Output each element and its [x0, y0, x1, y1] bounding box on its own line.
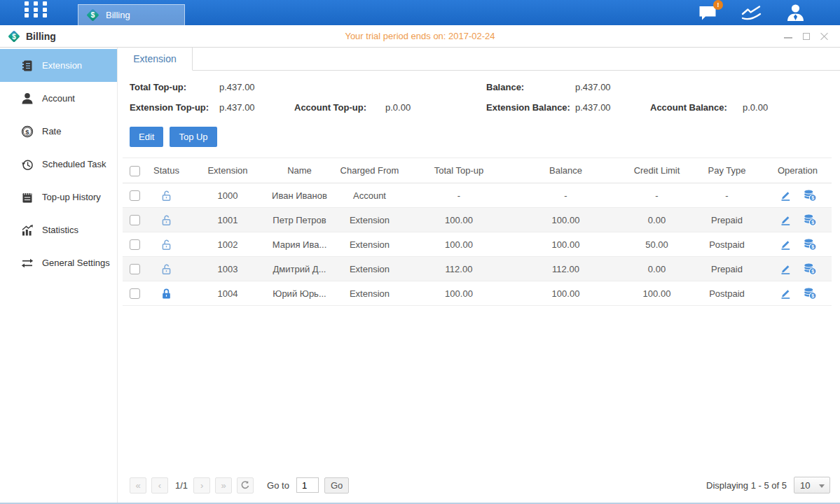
table-row: 1001Петр ПетровExtension100.00100.000.00…	[123, 208, 832, 232]
top-up-icon[interactable]: $	[803, 214, 817, 226]
top-up-icon[interactable]: $	[803, 287, 817, 300]
minimize-icon[interactable]	[784, 32, 792, 41]
apps-grid-icon[interactable]	[25, 1, 48, 20]
edit-icon[interactable]	[779, 262, 792, 275]
lock-closed-icon	[160, 288, 172, 300]
column-header-status: Status	[147, 158, 186, 183]
cell-credit-limit: 0.00	[624, 257, 690, 281]
lock-open-icon	[160, 239, 172, 251]
cell-pay-type: Postpaid	[690, 232, 764, 257]
maximize-icon[interactable]	[802, 32, 811, 41]
account-balance-label: Account Balance:	[650, 102, 743, 113]
cell-checkbox	[123, 183, 147, 208]
cell-charged-from: Extension	[329, 257, 410, 281]
table-header-row: StatusExtensionNameCharged FromTotal Top…	[123, 158, 832, 183]
close-icon[interactable]	[820, 32, 829, 41]
go-button[interactable]: Go	[324, 477, 349, 493]
cell-balance: -	[508, 183, 624, 208]
notification-badge: !	[713, 0, 723, 10]
edit-icon[interactable]	[779, 238, 792, 251]
sidebar-item-extension[interactable]: Extension	[0, 49, 117, 82]
cell-status	[147, 232, 186, 257]
edit-icon[interactable]	[779, 287, 792, 300]
cell-operation: $	[764, 281, 832, 306]
last-page-button[interactable]: »	[215, 477, 232, 493]
total-topup-label: Total Top-up:	[130, 82, 219, 92]
lock-open-icon	[160, 190, 172, 202]
svg-text:$: $	[811, 220, 814, 225]
goto-label: Go to	[267, 480, 289, 491]
cell-credit-limit: 100.00	[624, 281, 690, 306]
page-size-select[interactable]: 10	[794, 477, 830, 493]
cell-status	[147, 281, 186, 306]
sidebar-item-statistics[interactable]: Statistics	[0, 214, 117, 246]
balance-value: p.437.00	[575, 82, 650, 92]
column-header-charged-from: Charged From	[329, 158, 410, 183]
sidebar: ExtensionAccount$RateScheduled TaskTop-u…	[0, 48, 118, 503]
sidebar-item-label: Top-up History	[42, 192, 101, 202]
sidebar-item-label: Statistics	[42, 225, 78, 235]
taskbar-tab-billing[interactable]: $ Billing	[78, 4, 185, 25]
top-bar: $ Billing !	[0, 0, 840, 25]
topup-history-icon	[21, 191, 34, 204]
sidebar-item-rate[interactable]: $Rate	[0, 115, 117, 148]
column-header-extension: Extension	[186, 158, 270, 183]
tab-extension[interactable]: Extension	[118, 48, 193, 71]
cell-name: Петр Петров	[270, 208, 329, 232]
prev-page-button[interactable]: ‹	[151, 477, 168, 493]
cell-status	[147, 208, 186, 232]
row-checkbox[interactable]	[130, 190, 140, 201]
tab-strip: Extension	[118, 48, 840, 71]
user-icon[interactable]	[786, 4, 805, 21]
top-up-icon[interactable]: $	[803, 238, 817, 251]
next-page-button[interactable]: ›	[193, 477, 210, 493]
cell-charged-from: Extension	[329, 208, 410, 232]
first-page-button[interactable]: «	[130, 477, 146, 493]
top-up-icon[interactable]: $	[803, 262, 817, 275]
cell-extension: 1002	[186, 232, 270, 257]
extension-icon	[21, 59, 34, 72]
table-row: 1002Мария Ива...Extension100.00100.0050.…	[123, 232, 832, 257]
window-title-bar: $ Billing Your trial period ends on: 201…	[0, 25, 840, 48]
cell-checkbox	[123, 281, 147, 306]
column-header-credit-limit: Credit Limit	[624, 158, 690, 183]
top-up-icon[interactable]: $	[803, 189, 817, 202]
cell-total-topup: 100.00	[410, 281, 508, 306]
edit-icon[interactable]	[779, 214, 792, 226]
sidebar-item-general-settings[interactable]: General Settings	[0, 246, 117, 279]
sidebar-item-account[interactable]: Account	[0, 82, 117, 115]
select-all-checkbox[interactable]	[130, 166, 140, 176]
sidebar-item-scheduled-task[interactable]: Scheduled Task	[0, 148, 117, 181]
svg-text:$: $	[12, 32, 16, 40]
top-up-button[interactable]: Top Up	[170, 127, 216, 147]
account-topup-label: Account Top-up:	[294, 102, 385, 113]
svg-text:$: $	[811, 293, 814, 299]
refresh-icon[interactable]	[237, 477, 254, 493]
column-header-total-top-up: Total Top-up	[410, 158, 508, 183]
cell-total-topup: -	[410, 183, 508, 208]
statistics-chart-icon[interactable]	[741, 4, 762, 20]
svg-text:$: $	[811, 269, 814, 274]
cell-credit-limit: 0.00	[624, 208, 690, 232]
sidebar-item-label: General Settings	[42, 258, 110, 268]
summary-section: Total Top-up: p.437.00 Extension Top-up:…	[118, 71, 840, 113]
svg-text:$: $	[91, 10, 95, 19]
lock-open-icon	[160, 214, 172, 226]
goto-page-input[interactable]	[296, 477, 319, 493]
sidebar-item-label: Extension	[42, 60, 82, 71]
cell-balance: 100.00	[508, 208, 624, 232]
row-checkbox[interactable]	[130, 264, 140, 274]
row-checkbox[interactable]	[130, 288, 140, 299]
edit-button[interactable]: Edit	[130, 127, 163, 147]
edit-icon[interactable]	[779, 189, 792, 202]
cell-pay-type: Prepaid	[690, 257, 764, 281]
messages-icon[interactable]: !	[698, 4, 717, 21]
row-checkbox[interactable]	[130, 215, 140, 225]
sidebar-item-top-up-history[interactable]: Top-up History	[0, 181, 117, 214]
cell-charged-from: Extension	[329, 232, 410, 257]
cell-status	[147, 183, 186, 208]
cell-balance: 100.00	[508, 281, 624, 306]
row-checkbox[interactable]	[130, 239, 140, 250]
cell-name: Мария Ива...	[270, 232, 329, 257]
pagination-bar: « ‹ 1/1 › » Go to Go Displaying 1 - 5 of…	[118, 477, 840, 503]
